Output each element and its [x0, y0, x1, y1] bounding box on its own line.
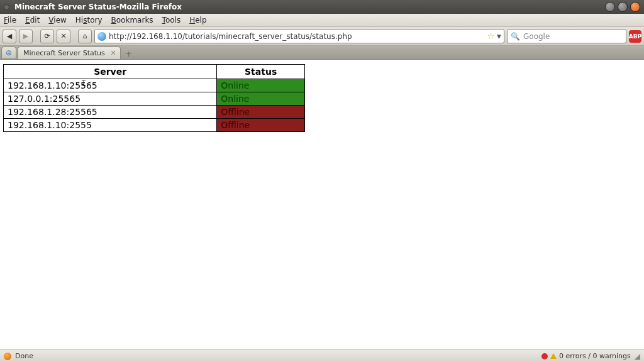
cell-server: 192.168.1.10:25565 [4, 79, 217, 92]
error-warning-panel[interactable]: 0 errors / 0 warnings [541, 352, 631, 360]
firebug-icon[interactable] [4, 353, 11, 360]
menu-history[interactable]: History [75, 16, 103, 25]
error-warning-text: 0 errors / 0 warnings [559, 352, 631, 360]
nav-back-button[interactable]: ◀ [3, 30, 16, 43]
bookmark-star-icon[interactable]: ☆ [487, 31, 494, 41]
nav-reload-button[interactable]: ⟳ [40, 30, 54, 43]
window-maximize-button[interactable] [618, 2, 628, 12]
error-icon [541, 353, 548, 359]
adblock-plus-button[interactable]: ABP [629, 30, 641, 43]
statusbar: Done 0 errors / 0 warnings ◢ [0, 349, 644, 362]
table-row: 192.168.1.28:25565Offline [4, 106, 305, 119]
site-identity-icon[interactable] [97, 32, 106, 41]
cell-server: 127.0.0.1:25565 [4, 92, 217, 106]
server-status-table: Server Status 192.168.1.10:25565Online12… [3, 64, 305, 132]
window-minimize-button[interactable] [605, 2, 615, 12]
tabstrip-home-button[interactable]: ⊕ [1, 47, 16, 59]
tab-close-icon[interactable]: ✕ [111, 49, 116, 57]
menu-view[interactable]: View [48, 16, 66, 25]
url-dropdown-icon[interactable]: ▼ [497, 33, 501, 40]
menu-bookmarks[interactable]: Bookmarks [111, 16, 153, 25]
window-close-button[interactable] [630, 2, 640, 12]
tab-label: Minecraft Server Status [23, 49, 105, 57]
nav-toolbar: ◀ ▶ ⟳ ✕ ⌂ http://192.168.1.10/tutorials/… [0, 27, 644, 46]
col-header-server: Server [4, 65, 217, 79]
table-row: 192.168.1.10:2555Offline [4, 119, 305, 132]
menu-help[interactable]: Help [189, 16, 206, 25]
url-text: http://192.168.1.10/tutorials/minecraft_… [109, 32, 484, 41]
cell-status: Online [217, 92, 305, 106]
new-tab-button[interactable]: + [122, 48, 136, 59]
cell-status: Online [217, 79, 305, 92]
nav-stop-button[interactable]: ✕ [57, 30, 70, 43]
cell-status: Offline [217, 106, 305, 119]
resize-grip-icon[interactable]: ◢ [635, 352, 640, 361]
col-header-status: Status [217, 65, 305, 79]
search-placeholder: Google [523, 32, 550, 41]
status-text: Done [15, 352, 33, 360]
menu-edit[interactable]: Edit [25, 16, 40, 25]
table-row: 192.168.1.10:25565Online [4, 79, 305, 92]
window-titlebar: Minecraft Server Status-Mozilla Firefox [0, 0, 644, 14]
cell-server: 192.168.1.10:2555 [4, 119, 217, 132]
cell-status: Offline [217, 119, 305, 132]
window-title: Minecraft Server Status-Mozilla Firefox [14, 3, 605, 11]
menu-tools[interactable]: Tools [162, 16, 181, 25]
cell-server: 192.168.1.28:25565 [4, 106, 217, 119]
search-icon: 🔍 [511, 32, 520, 41]
search-box[interactable]: 🔍 Google [507, 29, 626, 43]
warning-icon [550, 353, 557, 359]
tab-active[interactable]: Minecraft Server Status ✕ [18, 47, 121, 59]
nav-home-button[interactable]: ⌂ [78, 30, 92, 43]
app-menu-dot[interactable] [4, 4, 9, 10]
page-content: Server Status 192.168.1.10:25565Online12… [0, 60, 644, 349]
nav-forward-button[interactable]: ▶ [19, 30, 33, 43]
menubar: File Edit View History Bookmarks Tools H… [0, 14, 644, 27]
table-row: 127.0.0.1:25565Online [4, 92, 305, 106]
menu-file[interactable]: File [4, 16, 16, 25]
tab-strip: ⊕ Minecraft Server Status ✕ + [0, 46, 644, 60]
url-bar[interactable]: http://192.168.1.10/tutorials/minecraft_… [94, 29, 504, 43]
